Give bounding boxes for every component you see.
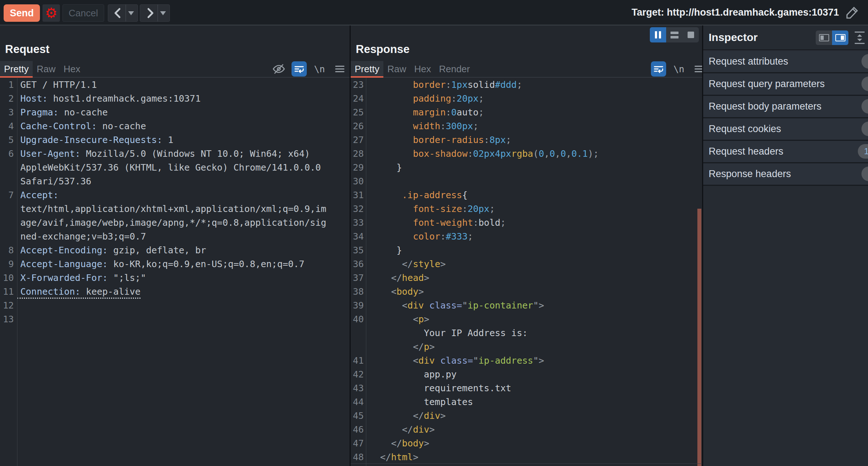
response-code-line: 35 } (351, 244, 702, 257)
line-number (0, 230, 17, 244)
response-code-line: Your IP Address is: (351, 326, 702, 340)
response-code-line: 41 <div class="ip-address"> (351, 354, 702, 368)
item-count-badge (861, 54, 868, 69)
request-code-line: 7Accept: (0, 188, 350, 202)
line-number: 32 (351, 202, 366, 216)
line-number (0, 161, 17, 175)
gutter-divider (366, 78, 366, 466)
request-tab-pretty[interactable]: Pretty (0, 61, 33, 78)
inspector-item-label: Request headers (709, 146, 783, 157)
line-number: 30 (351, 175, 366, 188)
request-code-line: Safari/537.36 (0, 175, 350, 188)
request-code-line: 6User-Agent: Mozilla/5.0 (Windows NT 10.… (0, 147, 350, 161)
request-tab-raw[interactable]: Raw (33, 61, 60, 78)
line-number: 1 (0, 78, 17, 92)
response-code-line: 24 padding:20px; (351, 92, 702, 106)
cancel-button[interactable]: Cancel (62, 4, 104, 22)
view-layout-toggle (650, 27, 699, 42)
newline-icon[interactable]: \n (312, 61, 327, 77)
line-number: 47 (351, 437, 366, 450)
request-editor[interactable]: 1GET / HTTP/1.12Host: host1.dreamhack.ga… (0, 78, 350, 466)
word-wrap-icon[interactable] (651, 61, 666, 77)
request-code-line: 2Host: host1.dreamhack.games:10371 (0, 92, 350, 106)
response-panel: Response PrettyRawHexRender \n 23 border… (351, 25, 702, 466)
response-tab-pretty[interactable]: Pretty (351, 61, 383, 78)
request-code-line: text/html,application/xhtml+xml,applicat… (0, 202, 350, 216)
line-number: 4 (0, 119, 17, 133)
expand-collapse-icon[interactable] (853, 30, 867, 45)
response-code-line: 44 templates (351, 395, 702, 409)
single-pane-icon[interactable] (682, 27, 699, 42)
next-chevron-icon (144, 7, 156, 19)
line-number: 26 (351, 119, 366, 133)
top-toolbar: Send ⚙ Cancel Target: http://host1.dream… (0, 0, 868, 25)
request-code-line: 8Accept-Encoding: gzip, deflate, br (0, 244, 350, 257)
inspector-item-request-headers[interactable]: Request headers1 (703, 141, 868, 163)
line-number: 12 (0, 299, 17, 312)
line-number (351, 326, 366, 340)
scrollbar-thumb[interactable] (697, 209, 701, 466)
response-tab-raw[interactable]: Raw (383, 61, 410, 78)
request-tab-hex[interactable]: Hex (60, 61, 84, 78)
pencil-icon[interactable] (845, 5, 860, 20)
panes-left-icon[interactable] (816, 30, 832, 45)
button-divider (126, 5, 126, 21)
request-code-line: age/avif,image/webp,image/apng,*/*;q=0.8… (0, 216, 350, 230)
line-number: 41 (351, 354, 366, 368)
line-number: 40 (351, 312, 366, 326)
inspector-item-request-attributes[interactable]: Request attributes (703, 51, 868, 73)
inspector-dock-toggle (816, 30, 848, 45)
line-number: 27 (351, 133, 366, 147)
request-code-line: 3Pragma: no-cache (0, 106, 350, 119)
response-viewer[interactable]: 23 border:1pxsolid#ddd;24 padding:20px;2… (351, 78, 702, 466)
response-code-line: 46 </div> (351, 423, 702, 437)
inspector-panel: Inspector Request attributesRequest quer… (703, 25, 868, 466)
panes-right-icon[interactable] (832, 30, 848, 45)
hide-matches-icon[interactable] (271, 61, 286, 77)
line-number: 34 (351, 230, 366, 244)
menu-icon[interactable] (332, 61, 347, 77)
response-tab-render[interactable]: Render (435, 61, 474, 78)
split-horizontal-icon[interactable] (666, 27, 682, 42)
send-button[interactable]: Send (4, 4, 40, 22)
response-code-line: 31 .ip-address{ (351, 188, 702, 202)
request-code-line: 12 (0, 299, 350, 312)
line-number: 37 (351, 271, 366, 285)
inspector-item-request-body-parameters[interactable]: Request body parameters (703, 96, 868, 118)
inspector-item-label: Request body parameters (709, 101, 822, 112)
line-number (0, 202, 17, 216)
send-settings-button[interactable]: ⚙ (42, 4, 60, 22)
line-number: 9 (0, 257, 17, 271)
dropdown-caret-icon[interactable] (160, 11, 166, 15)
response-code-line: </p> (351, 340, 702, 354)
line-number: 3 (0, 106, 17, 119)
line-number: 24 (351, 92, 366, 106)
split-vertical-icon[interactable] (650, 27, 666, 42)
response-code-line: 48 </html> (351, 450, 702, 464)
next-request-button[interactable] (140, 4, 170, 22)
newline-icon[interactable]: \n (671, 61, 686, 77)
request-tabs: PrettyRawHex (0, 61, 84, 78)
response-code-line: 36 </style> (351, 257, 702, 271)
prev-request-button[interactable] (108, 4, 138, 22)
request-code-line: 5Upgrade-Insecure-Requests: 1 (0, 133, 350, 147)
request-panel: Request PrettyRawHex \n 1GET / HTTP/1.12… (0, 25, 350, 466)
inspector-item-request-cookies[interactable]: Request cookies (703, 118, 868, 141)
item-count-badge (861, 122, 868, 136)
response-tabs: PrettyRawHexRender (351, 61, 474, 78)
inspector-item-request-query-parameters[interactable]: Request query parameters (703, 73, 868, 96)
dropdown-caret-icon[interactable] (128, 11, 134, 15)
word-wrap-icon[interactable] (292, 61, 307, 77)
prev-chevron-icon (112, 7, 124, 19)
line-number: 8 (0, 244, 17, 257)
item-count-badge (861, 99, 868, 114)
response-code-line: 25 margin:0auto; (351, 106, 702, 119)
response-tab-hex[interactable]: Hex (410, 61, 435, 78)
response-code-line: 34 color:#333; (351, 230, 702, 244)
horizontal-scrollbar[interactable] (351, 463, 702, 464)
response-code-line: 30 (351, 175, 702, 188)
line-number: 2 (0, 92, 17, 106)
response-code-line: 27 border-radius:8px; (351, 133, 702, 147)
inspector-item-response-headers[interactable]: Response headers (703, 163, 868, 186)
line-number: 10 (0, 271, 17, 285)
